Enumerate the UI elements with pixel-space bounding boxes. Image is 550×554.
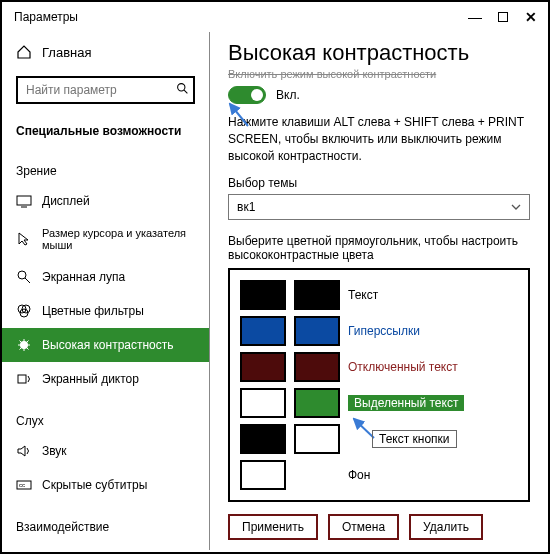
speech-icon (16, 549, 32, 550)
svg-line-2 (184, 90, 187, 93)
high-contrast-icon (16, 337, 32, 353)
svg-rect-3 (17, 196, 31, 205)
cancel-button[interactable]: Отмена (328, 514, 399, 540)
swatch-label-button: Текст кнопки (372, 430, 457, 448)
high-contrast-toggle[interactable] (228, 86, 266, 104)
captions-icon: cc (16, 477, 32, 493)
swatch-disabled-fg[interactable] (240, 352, 286, 382)
svg-text:cc: cc (19, 482, 25, 488)
window-title: Параметры (14, 10, 78, 24)
cutoff-text: Включить режим высокой контрастности (228, 68, 530, 80)
svg-line-6 (25, 278, 30, 283)
swatch-text-fg[interactable] (240, 280, 286, 310)
magnifier-icon (16, 269, 32, 285)
chevron-down-icon (511, 200, 521, 214)
svg-rect-11 (18, 375, 26, 383)
toggle-label: Вкл. (276, 88, 300, 102)
narrator-icon (16, 371, 32, 387)
vision-section-title: Зрение (2, 154, 209, 184)
sidebar-item-captions[interactable]: cc Скрытые субтитры (2, 468, 209, 502)
swatch-selected-fg[interactable] (240, 388, 286, 418)
sidebar-item-magnifier[interactable]: Экранная лупа (2, 260, 209, 294)
swatch-label-selected: Выделенный текст (348, 395, 464, 411)
sidebar-item-color-filters[interactable]: Цветные фильтры (2, 294, 209, 328)
minimize-button[interactable]: — (470, 12, 480, 22)
swatch-label-disabled: Отключенный текст (348, 360, 458, 374)
close-button[interactable]: ✕ (526, 12, 536, 22)
sidebar-item-speech[interactable]: Голосовые функции (2, 540, 209, 550)
content-pane: Высокая контрастность Включить режим выс… (210, 32, 548, 550)
color-filters-icon (16, 303, 32, 319)
apply-button[interactable]: Применить (228, 514, 318, 540)
sidebar-item-audio[interactable]: Звук (2, 434, 209, 468)
audio-icon (16, 443, 32, 459)
hearing-section-title: Слух (2, 404, 209, 434)
nav-label: Экранная лупа (42, 270, 125, 284)
swatch-hyper-fg[interactable] (240, 316, 286, 346)
sidebar-item-high-contrast[interactable]: Высокая контрастность (2, 328, 209, 362)
theme-label: Выбор темы (228, 176, 530, 190)
nav-label: Звук (42, 444, 67, 458)
sidebar-item-cursor[interactable]: Размер курсора и указателя мыши (2, 218, 209, 260)
swatch-instruction: Выберите цветной прямоугольник, чтобы на… (228, 234, 530, 262)
theme-select[interactable]: вк1 (228, 194, 530, 220)
svg-point-5 (18, 271, 26, 279)
home-nav[interactable]: Главная (2, 38, 209, 66)
delete-button[interactable]: Удалить (409, 514, 483, 540)
nav-label: Дисплей (42, 194, 90, 208)
home-icon (16, 44, 32, 60)
special-section-title: Специальные возможности (2, 114, 209, 144)
swatch-label-hyperlinks: Гиперссылки (348, 324, 420, 338)
theme-value: вк1 (237, 200, 255, 214)
swatch-hyper-bg[interactable] (294, 316, 340, 346)
home-label: Главная (42, 45, 91, 60)
page-title: Высокая контрастность (228, 40, 530, 66)
nav-label: Экранный диктор (42, 372, 139, 386)
shortcut-hint: Нажмите клавиши ALT слева + SHIFT слева … (228, 114, 530, 164)
sidebar-item-narrator[interactable]: Экранный диктор (2, 362, 209, 396)
maximize-button[interactable] (498, 12, 508, 22)
nav-label: Цветные фильтры (42, 304, 144, 318)
search-input[interactable] (26, 83, 176, 97)
nav-label: Размер курсора и указателя мыши (42, 227, 195, 251)
svg-rect-0 (499, 13, 508, 22)
cursor-icon (16, 231, 32, 247)
display-icon (16, 193, 32, 209)
svg-point-1 (178, 84, 185, 91)
swatch-label-text: Текст (348, 288, 378, 302)
sidebar-item-display[interactable]: Дисплей (2, 184, 209, 218)
swatch-button-bg[interactable] (294, 424, 340, 454)
search-box[interactable] (16, 76, 195, 104)
nav-label: Высокая контрастность (42, 338, 174, 352)
swatch-background[interactable] (240, 460, 286, 490)
search-icon (176, 82, 189, 98)
sidebar: Главная Специальные возможности Зрение Д… (2, 32, 210, 550)
swatch-button-fg[interactable] (240, 424, 286, 454)
swatch-label-background: Фон (348, 468, 370, 482)
swatch-selected-bg[interactable] (294, 388, 340, 418)
swatch-text-bg[interactable] (294, 280, 340, 310)
interaction-section-title: Взаимодействие (2, 510, 209, 540)
nav-label: Скрытые субтитры (42, 478, 147, 492)
swatch-disabled-bg[interactable] (294, 352, 340, 382)
swatch-panel: Текст Гиперссылки Отключенный текст Выде… (228, 268, 530, 502)
